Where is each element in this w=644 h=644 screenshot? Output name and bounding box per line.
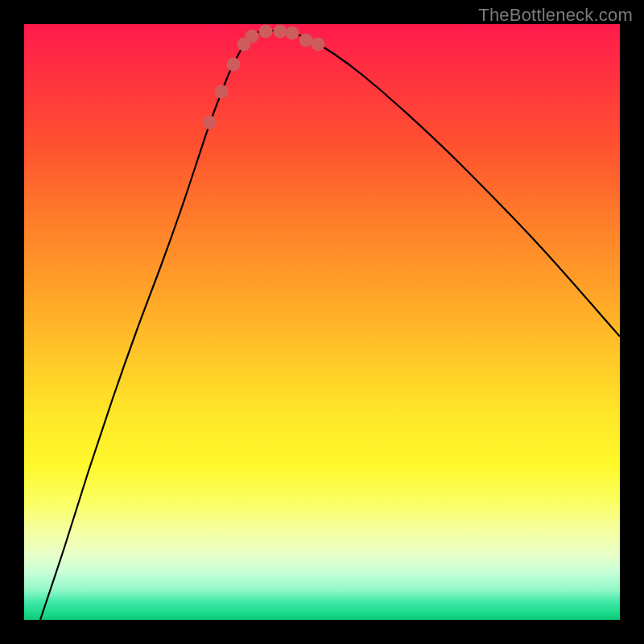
bottleneck-curve-svg: [24, 24, 620, 620]
curve-dots-group: [203, 25, 325, 130]
curve-dot: [286, 27, 299, 40]
curve-dot: [246, 30, 259, 43]
bottleneck-curve-path: [40, 31, 620, 620]
watermark-text: TheBottleneck.com: [478, 5, 633, 26]
curve-dot: [312, 38, 325, 52]
curve-dot: [215, 85, 229, 99]
curve-dot: [274, 25, 287, 39]
curve-dot: [227, 58, 241, 72]
curve-dot: [259, 25, 273, 39]
curve-dot: [203, 116, 217, 130]
curve-dot: [299, 34, 313, 47]
